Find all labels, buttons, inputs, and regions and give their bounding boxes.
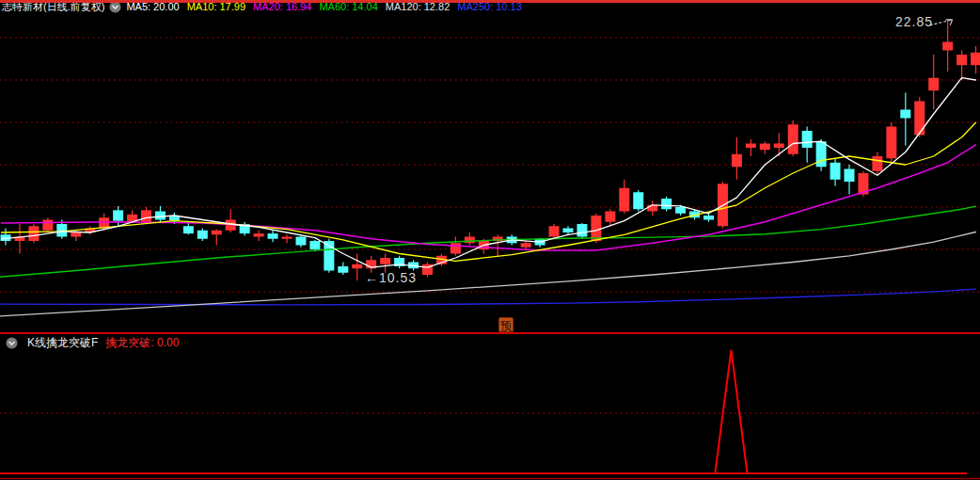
arrow-left-icon: ←: [365, 270, 379, 285]
candlestick-chart-canvas[interactable]: [0, 0, 980, 480]
low-price-label: ←10.53: [365, 270, 417, 285]
low-price-value: 10.53: [379, 270, 417, 285]
indicator-value: 擒龙突破: 0.00: [105, 336, 179, 350]
alert-badge[interactable]: 预: [498, 317, 514, 332]
window-top-border: [0, 0, 980, 3]
indicator-name: K线擒龙突破F: [27, 336, 98, 350]
high-price-label: 22.85: [895, 14, 933, 29]
indicator-panel-header: K线擒龙突破F 擒龙突破: 0.00: [0, 336, 179, 350]
chevron-down-icon[interactable]: [6, 337, 18, 349]
stock-chart-app: 志特新材(日线.前复权) MA5: 20.00 MA10: 17.99 MA20…: [0, 0, 980, 480]
